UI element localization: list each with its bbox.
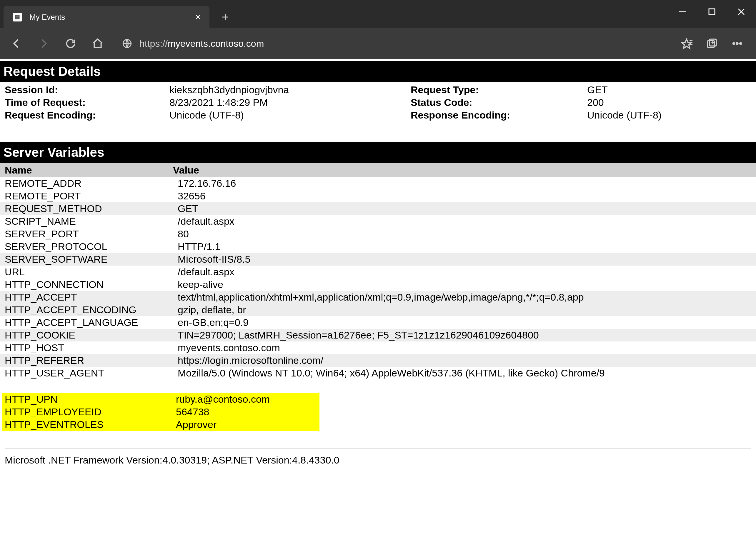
table-row: HTTP_CONNECTIONkeep-alive [0,278,756,291]
url-scheme: https:// [139,38,168,49]
var-value: GET [173,202,756,215]
table-row: HTTP_COOKIETIN=297000; LastMRH_Session=a… [0,329,756,341]
more-button[interactable] [730,36,744,51]
var-name: HTTP_COOKIE [0,329,173,341]
table-row: URL/default.aspx [0,266,756,278]
var-value: /default.aspx [173,266,756,278]
var-value: Approver [173,418,319,431]
value-request-encoding: Unicode (UTF-8) [165,109,406,121]
vars-header-row: Name Value [0,163,756,177]
value-session-id: kiekszqbh3dydnpiogvjbvna [165,84,406,96]
divider [5,449,751,449]
label-session-id: Session Id: [0,84,165,96]
label-response-encoding: Response Encoding: [406,109,582,121]
table-row: HTTP_USER_AGENTMozilla/5.0 (Windows NT 1… [0,367,756,379]
table-row: SERVER_PORT80 [0,228,756,240]
new-tab-button[interactable] [217,8,234,26]
var-value: en-GB,en;q=0.9 [173,316,756,329]
value-status-code: 200 [582,96,756,109]
var-name: HTTP_CONNECTION [0,278,173,291]
url-host: myevents.contoso.com [168,38,264,49]
var-value: Microsoft-IIS/8.5 [173,253,756,266]
site-identity-icon[interactable] [122,38,132,49]
var-name: REMOTE_ADDR [0,177,173,190]
var-value: /default.aspx [173,215,756,228]
tab-favicon-icon [13,13,22,21]
window-close-button[interactable] [727,0,756,24]
var-value: myevents.contoso.com [173,341,756,354]
highlighted-variables: HTTP_UPNruby.a@contoso.comHTTP_EMPLOYEEI… [2,393,319,431]
svg-point-21 [733,43,735,44]
url-text: https://myevents.contoso.com [139,38,264,49]
label-request-encoding: Request Encoding: [0,109,165,121]
var-value: ruby.a@contoso.com [173,393,319,406]
var-name: SERVER_PORT [0,228,173,240]
var-value: 32656 [173,190,756,202]
var-name: HTTP_ACCEPT_ENCODING [0,304,173,316]
footer-text: Microsoft .NET Framework Version:4.0.303… [0,453,756,478]
svg-point-22 [736,43,738,44]
var-name: URL [0,266,173,278]
var-name: REQUEST_METHOD [0,202,173,215]
table-row: HTTP_ACCEPTtext/html,application/xhtml+x… [0,291,756,304]
tab-title: My Events [29,13,187,22]
collections-button[interactable] [705,36,719,51]
home-button[interactable] [90,36,105,51]
value-request-type: GET [582,84,756,96]
highlighted-variables-table: HTTP_UPNruby.a@contoso.comHTTP_EMPLOYEEI… [2,393,319,431]
var-name: HTTP_EVENTROLES [2,418,173,431]
value-response-encoding: Unicode (UTF-8) [582,109,756,121]
var-value: 564738 [173,406,319,418]
column-header-value: Value [173,164,199,176]
table-row: HTTP_ACCEPT_LANGUAGEen-GB,en;q=0.9 [0,316,756,329]
table-row: SERVER_PROTOCOLHTTP/1.1 [0,240,756,253]
var-name: HTTP_REFERER [0,354,173,367]
forward-button[interactable] [36,36,51,51]
var-value: text/html,application/xhtml+xml,applicat… [173,291,756,304]
var-value: 172.16.76.16 [173,177,756,190]
value-time-of-request: 8/23/2021 1:48:29 PM [165,96,406,109]
label-status-code: Status Code: [406,96,582,109]
var-name: HTTP_USER_AGENT [0,367,173,379]
svg-rect-1 [709,9,715,15]
table-row: HTTP_UPNruby.a@contoso.com [2,393,319,406]
table-row: SCRIPT_NAME/default.aspx [0,215,756,228]
var-name: REMOTE_PORT [0,190,173,202]
favorites-button[interactable] [680,36,694,51]
var-name: SERVER_SOFTWARE [0,253,173,266]
table-row: HTTP_REFERERhttps://login.microsoftonlin… [0,354,756,367]
var-name: HTTP_UPN [2,393,173,406]
var-value: TIN=297000; LastMRH_Session=a16276ee; F5… [173,329,756,341]
page-content: Request Details Session Id: kiekszqbh3dy… [0,59,756,478]
label-time-of-request: Time of Request: [0,96,165,109]
window-controls [668,0,756,24]
svg-point-23 [740,43,742,44]
var-value: HTTP/1.1 [173,240,756,253]
var-value: 80 [173,228,756,240]
refresh-button[interactable] [63,36,78,51]
var-name: HTTP_ACCEPT_LANGUAGE [0,316,173,329]
server-variables-table: REMOTE_ADDR172.16.76.16REMOTE_PORT32656R… [0,177,756,379]
request-details-header: Request Details [0,61,756,82]
toolbar-right [680,36,744,51]
table-row: REQUEST_METHODGET [0,202,756,215]
browser-tab[interactable]: My Events [4,6,209,28]
var-name: SCRIPT_NAME [0,215,173,228]
address-bar[interactable]: https://myevents.contoso.com [117,33,668,54]
table-row: SERVER_SOFTWAREMicrosoft-IIS/8.5 [0,253,756,266]
var-name: SERVER_PROTOCOL [0,240,173,253]
back-button[interactable] [9,36,24,51]
window-minimize-button[interactable] [668,0,697,24]
table-row: HTTP_EVENTROLESApprover [2,418,319,431]
request-details-table: Session Id: kiekszqbh3dydnpiogvjbvna Req… [0,84,756,121]
var-value: https://login.microsoftonline.com/ [173,354,756,367]
column-header-name: Name [0,164,173,176]
table-row: HTTP_ACCEPT_ENCODINGgzip, deflate, br [0,304,756,316]
server-variables-header: Server Variables [0,142,756,163]
window-maximize-button[interactable] [697,0,727,24]
table-row: HTTP_HOSTmyevents.contoso.com [0,341,756,354]
table-row: REMOTE_ADDR172.16.76.16 [0,177,756,190]
tab-close-button[interactable] [195,14,201,20]
var-name: HTTP_ACCEPT [0,291,173,304]
tab-bar: My Events [0,0,756,28]
